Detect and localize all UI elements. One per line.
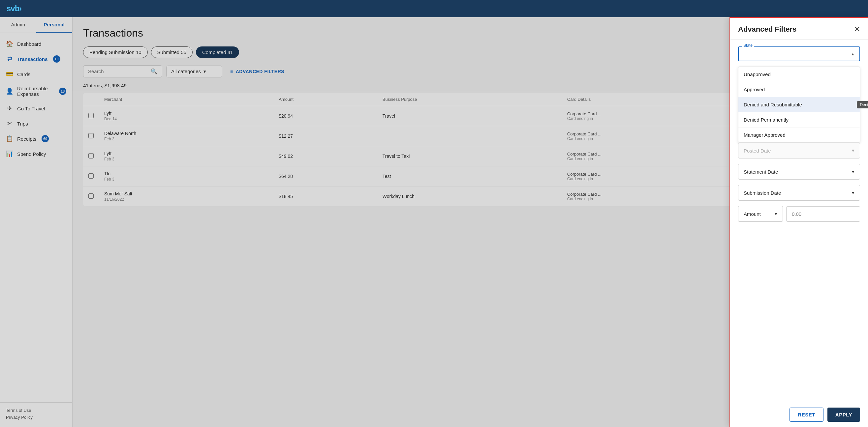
state-label: State [742,43,754,48]
option-manager-approved[interactable]: Manager Approved [738,128,860,142]
reset-button[interactable]: RESET [789,407,824,422]
chevron-down-icon: ▾ [852,169,855,175]
panel-header: Advanced Filters ✕ [730,18,868,40]
apply-button[interactable]: APPLY [828,407,860,422]
option-unapproved[interactable]: Unapproved [738,67,860,82]
panel-footer: RESET APPLY [730,402,868,427]
amount-input[interactable] [786,206,860,222]
option-denied-permanently[interactable]: Denied Permanently [738,112,860,128]
state-dropdown-options: Unapproved Approved Denied and Resubmitt… [738,67,860,143]
state-input-row[interactable]: ▲ [738,46,860,61]
panel-title: Advanced Filters [738,25,797,34]
panel-close-button[interactable]: ✕ [854,26,860,33]
statement-date-label: Statement Date [744,169,778,175]
app-body: Admin Personal 🏠 Dashboard ⇄ Transaction… [0,17,868,427]
top-bar: svb› [0,0,868,17]
state-dropdown-container: State ▲ [738,46,860,61]
statement-date-select[interactable]: Statement Date ▾ [738,164,860,179]
chevron-down-icon: ▾ [775,211,777,217]
amount-label: Amount [744,211,761,217]
advanced-filters-panel: Advanced Filters ✕ State ▲ Unapproved Ap… [730,17,868,427]
posted-date-select[interactable]: Posted Date ▾ [738,143,860,159]
tooltip-denied-resubmittable: Denied and Resubm... [857,101,868,108]
submission-date-label: Submission Date [744,190,781,196]
amount-select[interactable]: Amount ▾ [738,206,783,222]
svb-logo: svb› [7,4,22,13]
option-approved[interactable]: Approved [738,82,860,97]
panel-body: State ▲ Unapproved Approved Denied and R… [730,40,868,402]
submission-date-select[interactable]: Submission Date ▾ [738,185,860,201]
amount-row: Amount ▾ [738,206,860,222]
chevron-up-icon: ▲ [851,52,855,56]
posted-date-label: Posted Date [744,148,771,154]
option-denied-resubmittable[interactable]: Denied and Resubmittable Denied and Resu… [738,97,860,112]
chevron-down-icon: ▾ [852,147,855,154]
chevron-down-icon: ▾ [852,190,855,196]
state-input[interactable] [743,51,851,57]
